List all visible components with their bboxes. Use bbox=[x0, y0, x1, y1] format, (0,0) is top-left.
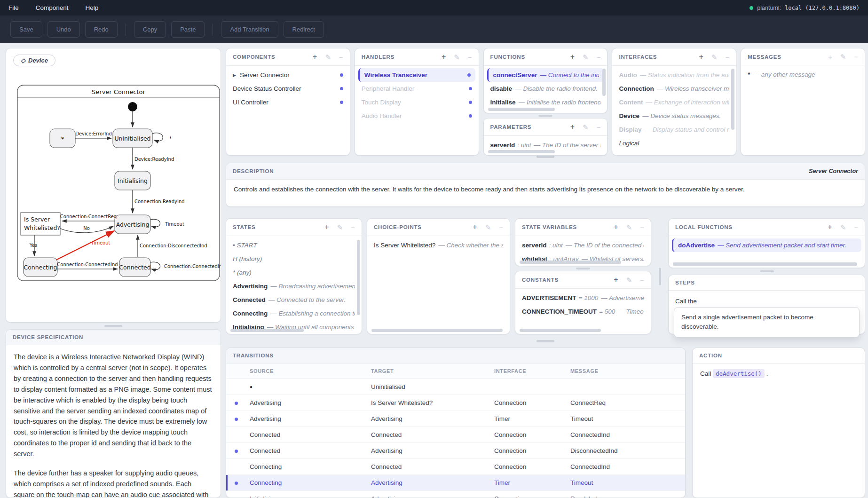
remove-icon[interactable]: − bbox=[499, 224, 503, 231]
state-machine-diagram[interactable]: Server Connector * Uninitialised Device:… bbox=[6, 74, 221, 293]
paste-button[interactable]: Paste bbox=[171, 21, 205, 38]
transition-row[interactable]: ● Uninitialised bbox=[226, 379, 685, 395]
state-item[interactable]: Connected — Connected to the server. bbox=[226, 293, 362, 307]
initial-state-dot[interactable] bbox=[128, 102, 137, 111]
state-initialising[interactable]: Initialising bbox=[115, 171, 150, 190]
remove-icon[interactable]: − bbox=[351, 224, 355, 231]
state-connecting[interactable]: Connecting bbox=[24, 258, 57, 277]
undo-button[interactable]: Undo bbox=[47, 21, 80, 38]
vertical-resize-handle[interactable] bbox=[483, 113, 608, 118]
component-item[interactable]: ▶ Server Connector bbox=[226, 68, 350, 82]
horizontal-scrollbar[interactable] bbox=[520, 261, 621, 264]
remove-icon[interactable]: − bbox=[640, 224, 644, 231]
function-item[interactable]: initialise — Initialise the radio fronte… bbox=[484, 95, 608, 109]
add-icon[interactable]: + bbox=[570, 53, 575, 61]
transition-row[interactable]: Initialising Advertising Connection Read… bbox=[226, 491, 685, 498]
horizontal-scrollbar[interactable] bbox=[371, 329, 503, 332]
interface-item[interactable]: Audio — Status indication from the auc bbox=[612, 68, 736, 82]
transition-row[interactable]: Connecting Connected Connection Connecte… bbox=[226, 459, 685, 475]
add-icon[interactable]: + bbox=[313, 53, 317, 61]
vertical-resize-handle[interactable] bbox=[515, 266, 651, 271]
vertical-scrollbar[interactable] bbox=[602, 69, 606, 96]
edit-icon[interactable]: ✎ bbox=[485, 224, 491, 231]
edit-icon[interactable]: ✎ bbox=[583, 124, 589, 131]
handler-item[interactable]: Audio Handler bbox=[355, 109, 479, 123]
edit-icon[interactable]: ✎ bbox=[454, 54, 460, 61]
horizontal-scrollbar[interactable] bbox=[230, 329, 304, 332]
horizontal-resize-handle[interactable] bbox=[656, 218, 663, 334]
add-icon[interactable]: + bbox=[614, 276, 618, 284]
function-item[interactable]: connectServer — Connect to the indic bbox=[487, 68, 604, 82]
menu-file[interactable]: File bbox=[8, 4, 19, 11]
vertical-scrollbar[interactable] bbox=[357, 240, 360, 315]
remove-icon[interactable]: − bbox=[339, 54, 343, 61]
edit-icon[interactable]: ✎ bbox=[626, 277, 632, 284]
state-item[interactable]: Advertising — Broadcasting advertisement… bbox=[226, 279, 362, 293]
vertical-resize-handle[interactable] bbox=[668, 268, 865, 275]
edit-icon[interactable]: ✎ bbox=[325, 54, 331, 61]
constant-item[interactable]: ADVERTISEMENT = 1000 — Advertisement int… bbox=[515, 291, 651, 305]
add-transition-button[interactable]: Add Transition bbox=[221, 21, 278, 38]
add-icon[interactable]: + bbox=[473, 223, 477, 231]
add-icon[interactable]: + bbox=[828, 223, 832, 231]
horizontal-scrollbar[interactable] bbox=[488, 150, 555, 153]
edit-icon[interactable]: ✎ bbox=[840, 53, 846, 60]
add-icon[interactable]: + bbox=[570, 123, 575, 131]
interface-item[interactable]: Connection — Wireless transceiver me bbox=[612, 82, 736, 95]
transition-row[interactable]: Advertising Is Server Whitelisted? Conne… bbox=[226, 395, 685, 411]
transition-row[interactable]: Connected Advertising Connection Disconn… bbox=[226, 443, 685, 459]
choice-point-item[interactable]: Is Server Whitelisted? — Check whether t… bbox=[367, 238, 510, 252]
transition-row[interactable]: Connected Connected Connection Connected… bbox=[226, 427, 685, 443]
handler-item[interactable]: Touch Display bbox=[355, 95, 479, 109]
vertical-resize-handle[interactable] bbox=[6, 323, 221, 329]
horizontal-scrollbar[interactable] bbox=[488, 108, 555, 111]
add-icon[interactable]: + bbox=[614, 223, 618, 231]
remove-icon[interactable]: − bbox=[640, 277, 644, 284]
copy-button[interactable]: Copy bbox=[134, 21, 166, 38]
remove-icon[interactable]: − bbox=[597, 54, 601, 61]
message-item[interactable]: * — any other message bbox=[741, 68, 865, 81]
component-item[interactable]: UI Controller bbox=[226, 95, 350, 109]
action-code[interactable]: doAdvertise() bbox=[713, 369, 765, 378]
local-function-item[interactable]: doAdvertise — Send advertisement packet … bbox=[672, 238, 861, 252]
state-item[interactable]: Connecting — Establishing a connection t… bbox=[226, 307, 362, 320]
redo-button[interactable]: Redo bbox=[85, 21, 118, 38]
handler-item[interactable]: Wireless Transceiver bbox=[358, 68, 475, 82]
state-item[interactable]: • START bbox=[226, 238, 362, 252]
choice-is-server-whitelisted[interactable]: Is Server Whitelisted? bbox=[21, 213, 60, 235]
edit-icon[interactable]: ✎ bbox=[583, 54, 589, 61]
remove-icon[interactable]: − bbox=[854, 224, 858, 231]
state-item[interactable]: * (any) bbox=[226, 266, 362, 279]
interface-item[interactable]: Content — Exchange of interaction wit bbox=[612, 95, 736, 109]
vertical-scrollbar[interactable] bbox=[731, 69, 734, 130]
tab-device[interactable]: ◇ Device bbox=[13, 55, 55, 66]
edit-icon[interactable]: ✎ bbox=[840, 224, 846, 231]
state-variable-item[interactable]: serverId : uint — The ID of the connecte… bbox=[515, 238, 651, 252]
redirect-button[interactable]: Redirect bbox=[284, 21, 324, 38]
remove-icon[interactable]: − bbox=[725, 54, 729, 61]
horizontal-scrollbar[interactable] bbox=[520, 329, 601, 332]
add-icon[interactable]: + bbox=[828, 53, 832, 60]
add-icon[interactable]: + bbox=[442, 53, 446, 61]
component-item[interactable]: Device Status Controller bbox=[226, 82, 350, 95]
edit-icon[interactable]: ✎ bbox=[337, 224, 343, 231]
horizontal-scrollbar[interactable] bbox=[673, 262, 857, 266]
interface-item[interactable]: Logical bbox=[612, 136, 736, 150]
interface-item[interactable]: Device — Device status messages. bbox=[612, 109, 736, 123]
action-body[interactable]: Call doAdvertise() . bbox=[693, 364, 865, 384]
transition-row-selected[interactable]: Connecting Advertising Timer Timeout bbox=[226, 475, 685, 491]
remove-icon[interactable]: − bbox=[854, 53, 858, 60]
edit-icon[interactable]: ✎ bbox=[626, 224, 632, 231]
edit-icon[interactable]: ✎ bbox=[711, 54, 718, 61]
handler-item[interactable]: Peripheral Handler bbox=[355, 82, 479, 95]
remove-icon[interactable]: − bbox=[597, 124, 601, 131]
interface-item[interactable]: Display — Display status and control m bbox=[612, 123, 736, 136]
state-item[interactable]: H (history) bbox=[226, 252, 362, 266]
state-uninitialised[interactable]: Uninitialised bbox=[113, 129, 152, 148]
state-advertising[interactable]: Advertising bbox=[115, 215, 150, 234]
transition-row[interactable]: Advertising Advertising Timer Timeout bbox=[226, 411, 685, 427]
function-item[interactable]: disable — Disable the radio frontend. bbox=[484, 82, 608, 95]
menu-component[interactable]: Component bbox=[36, 4, 69, 11]
add-icon[interactable]: + bbox=[699, 53, 703, 61]
remove-icon[interactable]: − bbox=[468, 54, 472, 61]
